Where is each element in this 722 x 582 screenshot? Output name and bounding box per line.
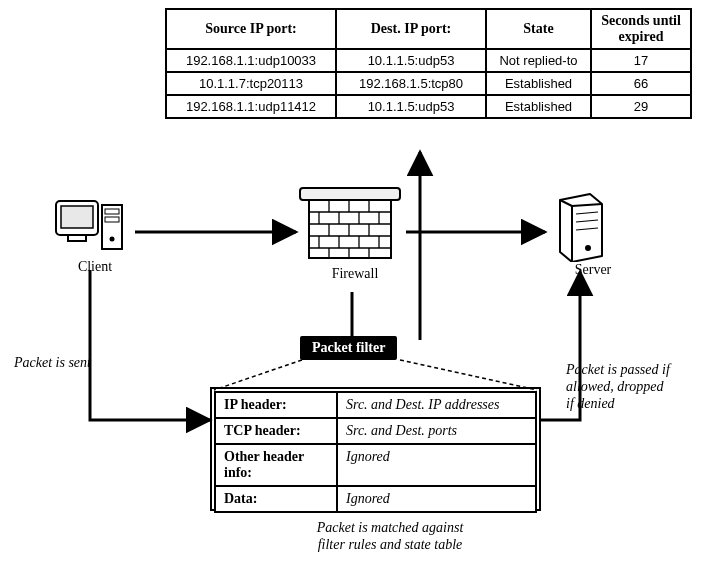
- packet-row: IP header: Src. and Dest. IP addresses: [215, 392, 536, 418]
- server-node: Server: [548, 192, 638, 279]
- diagram-stage: Source IP port: Dest. IP port: State Sec…: [0, 0, 722, 582]
- packet-row-label: IP header:: [215, 392, 337, 418]
- cell-ttl: 17: [591, 49, 691, 72]
- cell-state: Established: [486, 72, 591, 95]
- col-ttl: Seconds until expired: [591, 9, 691, 49]
- state-row: 192.168.1.1:udp11412 10.1.1.5:udp53 Esta…: [166, 95, 691, 118]
- packet-table: IP header: Src. and Dest. IP addresses T…: [214, 391, 537, 513]
- packet-row: Other header info: Ignored: [215, 444, 536, 486]
- server-label: Server: [548, 262, 638, 279]
- state-table-header-row: Source IP port: Dest. IP port: State Sec…: [166, 9, 691, 49]
- state-row: 10.1.1.7:tcp20113 192.168.1.5:tcp80 Esta…: [166, 72, 691, 95]
- packet-row-label: TCP header:: [215, 418, 337, 444]
- state-table-wrap: Source IP port: Dest. IP port: State Sec…: [165, 8, 692, 119]
- col-dest-ip: Dest. IP port:: [336, 9, 486, 49]
- cell-dst: 10.1.1.5:udp53: [336, 49, 486, 72]
- packet-row-label: Data:: [215, 486, 337, 512]
- cell-src: 192.168.1.1:udp11412: [166, 95, 336, 118]
- client-label: Client: [50, 259, 140, 276]
- svg-point-9: [110, 237, 115, 242]
- packet-filter-tag: Packet filter: [300, 336, 397, 360]
- state-row: 192.168.1.1:udp10033 10.1.1.5:udp53 Not …: [166, 49, 691, 72]
- cell-ttl: 66: [591, 72, 691, 95]
- col-state: State: [486, 9, 591, 49]
- caption-packet-sent: Packet is sent: [14, 355, 91, 372]
- svg-rect-5: [68, 235, 86, 241]
- firewall-label: Firewall: [295, 266, 415, 283]
- packet-row: Data: Ignored: [215, 486, 536, 512]
- client-node: Client: [50, 195, 140, 276]
- caption-matched: Packet is matched against filter rules a…: [260, 520, 520, 554]
- state-table-body: 192.168.1.1:udp10033 10.1.1.5:udp53 Not …: [166, 49, 691, 118]
- col-source-ip: Source IP port:: [166, 9, 336, 49]
- packet-row-value: Src. and Dest. IP addresses: [337, 392, 536, 418]
- svg-point-42: [585, 245, 591, 251]
- cell-src: 192.168.1.1:udp10033: [166, 49, 336, 72]
- cell-src: 10.1.1.7:tcp20113: [166, 72, 336, 95]
- packet-row-value: Src. and Dest. ports: [337, 418, 536, 444]
- packet-row-value: Ignored: [337, 444, 536, 486]
- svg-line-1: [214, 360, 302, 390]
- cell-ttl: 29: [591, 95, 691, 118]
- packet-row: TCP header: Src. and Dest. ports: [215, 418, 536, 444]
- packet-row-value: Ignored: [337, 486, 536, 512]
- client-computer-icon: [50, 195, 128, 259]
- svg-rect-4: [61, 206, 93, 228]
- svg-line-2: [400, 360, 537, 390]
- svg-rect-11: [309, 200, 391, 258]
- caption-packet-passed: Packet is passed if allowed, dropped if …: [566, 362, 716, 412]
- svg-rect-10: [300, 188, 400, 200]
- packet-row-label: Other header info:: [215, 444, 337, 486]
- firewall-node: Firewall: [295, 186, 415, 283]
- cell-state: Not replied-to: [486, 49, 591, 72]
- firewall-brick-wall-icon: [295, 186, 405, 266]
- state-table: Source IP port: Dest. IP port: State Sec…: [165, 8, 692, 119]
- cell-dst: 192.168.1.5:tcp80: [336, 72, 486, 95]
- cell-state: Established: [486, 95, 591, 118]
- cell-dst: 10.1.1.5:udp53: [336, 95, 486, 118]
- packet-table-wrap: IP header: Src. and Dest. IP addresses T…: [214, 391, 537, 513]
- server-tower-icon: [548, 192, 608, 262]
